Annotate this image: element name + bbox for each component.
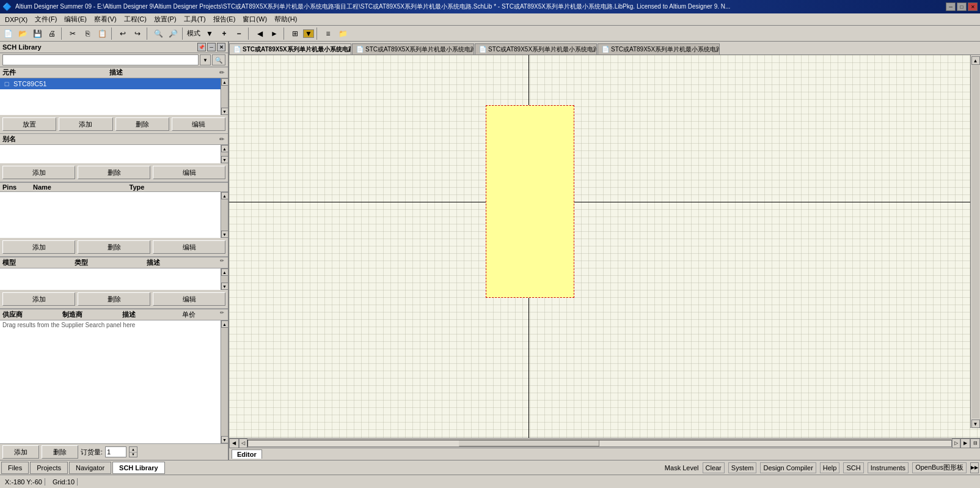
toolbar-new[interactable]: 📄 <box>1 27 15 40</box>
model-vscroll[interactable]: ▲ ▼ <box>221 268 228 290</box>
alias-edit-icon[interactable]: ✏ <box>218 136 225 142</box>
vscroll-up[interactable]: ▲ <box>221 78 229 86</box>
bottom-tab-navigator[interactable]: Navigator <box>69 462 111 474</box>
alias-vscroll-down[interactable]: ▼ <box>221 156 229 163</box>
vscroll-canvas-down[interactable]: ▼ <box>971 420 980 428</box>
edit-pin-button[interactable]: 编辑 <box>153 240 225 254</box>
alias-vscroll-up[interactable]: ▲ <box>221 145 229 152</box>
hscroll-track[interactable] <box>247 440 952 447</box>
edit-alias-button[interactable]: 编辑 <box>153 166 225 179</box>
hscroll-right[interactable]: ▶ <box>960 438 970 448</box>
vscroll-canvas-up[interactable]: ▲ <box>971 56 980 65</box>
delete-component-button[interactable]: 删除 <box>115 117 169 131</box>
toolbar-next[interactable]: ► <box>268 27 281 40</box>
toolbar-mode-arrow[interactable]: ▼ <box>203 27 216 40</box>
bottom-right-expand[interactable]: ▶▶ <box>970 462 979 473</box>
hscroll-left[interactable]: ◀ <box>229 438 239 448</box>
toolbar-undo[interactable]: ↩ <box>116 27 130 40</box>
tab-schlib[interactable]: 📄 STC或AT89X5X系列单片机最小系统电路.SchLib <box>229 43 351 54</box>
model-vscroll-down[interactable]: ▼ <box>221 283 229 290</box>
component-row[interactable]: □ STC89C51 <box>0 78 221 89</box>
qty-spinner[interactable]: ▲ ▼ <box>129 446 137 457</box>
add-supplier-button[interactable]: 添加 <box>2 445 39 459</box>
supplier-vscroll-down[interactable]: ▼ <box>221 436 229 443</box>
menu-report[interactable]: 报告(E) <box>210 14 240 24</box>
openbus-button[interactable]: OpenBus图形板 <box>912 462 967 473</box>
help-button[interactable]: Help <box>820 462 840 473</box>
edit-model-button[interactable]: 编辑 <box>153 292 225 306</box>
toolbar-folder[interactable]: 📁 <box>336 27 349 40</box>
delete-model-button[interactable]: 删除 <box>78 292 150 306</box>
menu-tools[interactable]: 工具(T) <box>180 14 210 24</box>
component-search-input[interactable] <box>2 54 199 65</box>
toolbar-zoom-in[interactable]: 🔍 <box>152 27 165 40</box>
bottom-tab-sch-library[interactable]: SCH Library <box>112 462 165 474</box>
instruments-button[interactable]: Instruments <box>868 462 909 473</box>
sch-button[interactable]: SCH <box>843 462 863 473</box>
toolbar-save[interactable]: 💾 <box>31 27 44 40</box>
menu-file[interactable]: 文件(F) <box>31 14 60 24</box>
place-button[interactable]: 放置 <box>2 117 56 131</box>
model-scroll-arrow[interactable]: ✏ <box>219 258 225 267</box>
component-vscroll[interactable]: ▲ ▼ <box>221 78 228 115</box>
schematic-canvas[interactable] <box>229 55 980 438</box>
add-alias-button[interactable]: 添加 <box>2 166 75 179</box>
delete-alias-button[interactable]: 删除 <box>78 166 150 179</box>
add-pin-button[interactable]: 添加 <box>2 240 75 254</box>
menu-place[interactable]: 放置(P) <box>150 14 180 24</box>
toolbar-zoom-out[interactable]: 🔎 <box>166 27 180 40</box>
bottom-tab-projects[interactable]: Projects <box>30 462 68 474</box>
qty-down[interactable]: ▼ <box>130 453 137 457</box>
add-component-button[interactable]: 添加 <box>59 117 112 131</box>
pins-vscroll[interactable]: ▲ ▼ <box>221 192 228 238</box>
menu-dxp[interactable]: DXP(X) <box>1 15 31 24</box>
toolbar-lines[interactable]: ≡ <box>321 27 335 40</box>
menu-project[interactable]: 工程(C) <box>120 14 150 24</box>
panel-lock-icon[interactable]: 📌 <box>197 43 206 51</box>
alias-vscroll[interactable]: ▲ ▼ <box>221 145 228 163</box>
toolbar-cut[interactable]: ✂ <box>66 27 79 40</box>
hscroll-expand-right[interactable]: ▷ <box>952 438 960 448</box>
edit-component-button[interactable]: 编辑 <box>172 117 225 131</box>
supplier-scroll-arrow[interactable]: ✏ <box>219 310 225 319</box>
menu-help[interactable]: 帮助(H) <box>271 14 301 24</box>
toolbar-plus[interactable]: + <box>218 27 231 40</box>
qty-up[interactable]: ▲ <box>130 447 137 453</box>
delete-pin-button[interactable]: 删除 <box>78 240 150 254</box>
panel-close-icon[interactable]: ✕ <box>217 43 225 51</box>
add-model-button[interactable]: 添加 <box>2 292 75 306</box>
panel-minimize-icon[interactable]: ─ <box>207 43 216 51</box>
toolbar-redo[interactable]: ↪ <box>131 27 144 40</box>
qty-input[interactable] <box>105 446 126 457</box>
hscroll-expand[interactable]: ◁ <box>239 438 247 448</box>
vscroll-down[interactable]: ▼ <box>221 108 229 115</box>
toolbar-print[interactable]: 🖨 <box>45 27 59 40</box>
design-compiler-button[interactable]: Design Compiler <box>760 462 816 473</box>
menu-window[interactable]: 窗口(W) <box>239 14 271 24</box>
bottom-tab-files[interactable]: Files <box>1 462 29 474</box>
toolbar-open[interactable]: 📂 <box>16 27 29 40</box>
menu-edit[interactable]: 编辑(E) <box>60 14 90 24</box>
toolbar-paste[interactable]: 📋 <box>95 27 109 40</box>
tab-pcbdoc[interactable]: 📄 STC或AT89X5X系列单片机最小系统电路.PcbDoc <box>598 43 720 54</box>
component-section-edit[interactable]: ✏ <box>218 69 225 76</box>
tab-pcblib[interactable]: 📄 STC或AT89X5X系列单片机最小系统电路.PcbLib <box>352 43 474 54</box>
toolbar-prev[interactable]: ◀ <box>253 27 266 40</box>
close-button[interactable]: ✕ <box>968 2 978 11</box>
toolbar-grid[interactable]: ⊞ <box>288 27 302 40</box>
toolbar-minus[interactable]: − <box>232 27 246 40</box>
canvas-area[interactable]: ▲ ▼ <box>229 55 980 438</box>
editor-tab[interactable]: Editor <box>232 449 262 459</box>
supplier-vscroll[interactable]: ▲ ▼ <box>221 320 228 443</box>
pins-vscroll-up[interactable]: ▲ <box>221 192 229 199</box>
pins-vscroll-down[interactable]: ▼ <box>221 231 229 238</box>
clear-button[interactable]: Clear <box>703 462 725 473</box>
search-button[interactable]: 🔍 <box>212 54 225 65</box>
toolbar-color[interactable]: ▼ <box>303 29 314 38</box>
maximize-button[interactable]: □ <box>957 2 967 11</box>
minimize-button[interactable]: ─ <box>946 2 956 11</box>
menu-view[interactable]: 察看(V) <box>90 14 120 24</box>
supplier-vscroll-up[interactable]: ▲ <box>221 320 229 328</box>
delete-supplier-button[interactable]: 删除 <box>42 445 78 459</box>
hscroll-corner[interactable]: ⊟ <box>970 438 980 448</box>
